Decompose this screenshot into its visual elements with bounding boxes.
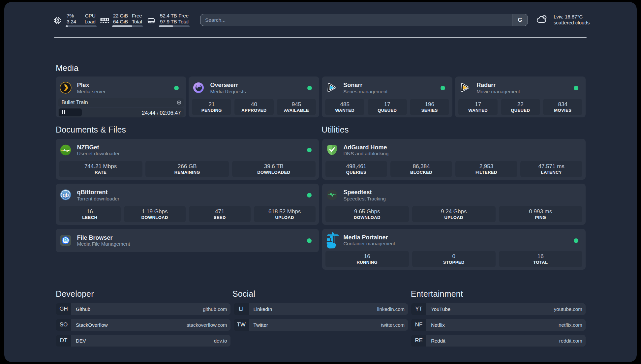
svg-text:nzbget: nzbget — [61, 148, 71, 152]
svg-text:qb: qb — [63, 192, 69, 198]
